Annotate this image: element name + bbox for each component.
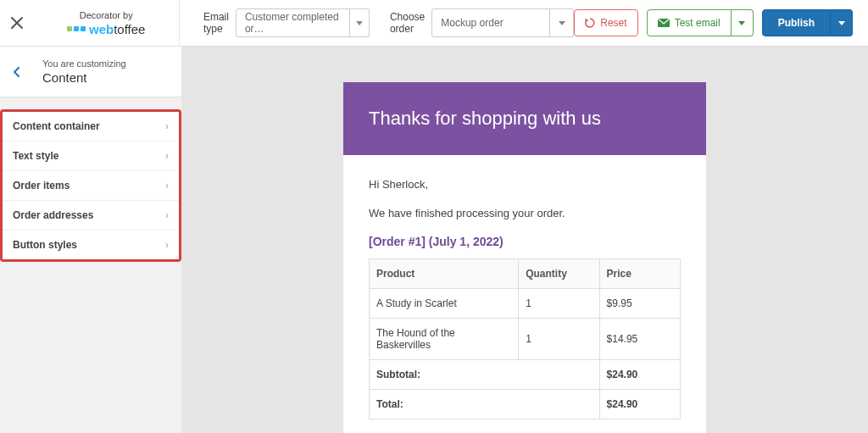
email-type-group: Email type Customer completed or…: [203, 8, 370, 37]
email-type-select[interactable]: Customer completed or…: [236, 8, 370, 37]
col-product: Product: [370, 259, 519, 289]
email-preview: Thanks for shopping with us Hi Sherlock,…: [343, 82, 706, 433]
choose-order-select[interactable]: Mockup order: [431, 8, 574, 37]
test-email-label: Test email: [675, 17, 721, 29]
close-icon: [11, 17, 23, 29]
mail-icon: [658, 19, 670, 27]
choose-order-label: Choose order: [390, 11, 425, 35]
topbar: Decorator by webtoffee Email type Custom…: [0, 0, 868, 47]
chevron-right-icon: ›: [165, 120, 169, 132]
preview-area: Thanks for shopping with us Hi Sherlock,…: [181, 47, 868, 433]
chevron-left-icon: [13, 67, 19, 77]
choose-order-caret[interactable]: [550, 8, 574, 37]
choose-order-group: Choose order Mockup order: [390, 8, 574, 37]
order-line: [Order #1] (July 1, 2022): [369, 235, 681, 248]
publish-caret[interactable]: [831, 9, 853, 36]
total-value: $24.90: [599, 390, 680, 419]
topbar-right: Reset Test email Publish: [574, 9, 868, 36]
email-intro: We have finished processing your order.: [369, 206, 681, 221]
menu-item-button-styles[interactable]: Button styles ›: [3, 230, 179, 259]
chevron-right-icon: ›: [165, 239, 169, 251]
publish-button[interactable]: Publish: [762, 9, 831, 36]
publish-split: Publish: [762, 9, 853, 36]
caret-down-icon: [356, 21, 363, 25]
back-button[interactable]: [0, 67, 32, 77]
email-body: Hi Sherlock, We have finished processing…: [343, 155, 706, 433]
chevron-right-icon: ›: [165, 150, 169, 162]
reset-button[interactable]: Reset: [574, 9, 637, 36]
email-type-label: Email type: [203, 11, 229, 35]
menu-item-label: Text style: [13, 150, 58, 162]
reset-icon: [585, 18, 595, 28]
email-heading: Thanks for shopping with us: [343, 82, 706, 155]
breadcrumb: You are customizing: [42, 58, 126, 69]
email-type-caret[interactable]: [350, 8, 370, 37]
cell-price: $9.95: [599, 289, 680, 319]
reset-label: Reset: [600, 17, 626, 29]
brand-dots-icon: [67, 26, 86, 31]
sidebar: You are customizing Content Content cont…: [0, 47, 181, 433]
total-label: Total:: [370, 390, 600, 419]
test-email-button[interactable]: Test email: [647, 9, 732, 36]
menu-item-content-container[interactable]: Content container ›: [3, 112, 179, 142]
menu-item-label: Button styles: [13, 239, 77, 251]
table-row: A Study in Scarlet 1 $9.95: [370, 289, 681, 319]
email-type-value: Customer completed or…: [236, 8, 350, 37]
cell-qty: 1: [519, 289, 599, 319]
menu-item-order-items[interactable]: Order items ›: [3, 171, 179, 201]
cell-product: A Study in Scarlet: [370, 289, 519, 319]
panel-head: You are customizing Content: [0, 47, 181, 97]
caret-down-icon: [838, 21, 845, 25]
caret-down-icon: [559, 21, 565, 25]
brand-tagline: Decorator by: [80, 10, 133, 20]
brand-logo: webtoffee: [67, 22, 145, 36]
menu-item-label: Order addresses: [13, 209, 93, 221]
table-row: The Hound of the Baskervilles 1 $14.95: [370, 319, 681, 360]
brand-wordmark: webtoffee: [89, 22, 145, 36]
test-email-caret[interactable]: [732, 9, 754, 36]
col-price: Price: [599, 259, 680, 289]
table-header-row: Product Quantity Price: [370, 259, 681, 289]
total-label: Subtotal:: [370, 360, 600, 390]
chevron-right-icon: ›: [165, 209, 169, 221]
col-qty: Quantity: [519, 259, 599, 289]
choose-order-value: Mockup order: [431, 8, 550, 37]
cell-product: The Hound of the Baskervilles: [370, 319, 519, 360]
table-total-row: Total: $24.90: [370, 390, 681, 419]
chevron-right-icon: ›: [165, 180, 169, 192]
table-total-row: Subtotal: $24.90: [370, 360, 681, 390]
publish-label: Publish: [778, 17, 815, 29]
test-email-split: Test email: [647, 9, 754, 36]
menu-highlight: Content container › Text style › Order i…: [0, 109, 181, 262]
email-greeting: Hi Sherlock,: [369, 177, 681, 192]
close-button[interactable]: [0, 0, 34, 47]
total-value: $24.90: [599, 360, 680, 390]
brand: Decorator by webtoffee: [34, 0, 180, 47]
menu-item-order-addresses[interactable]: Order addresses ›: [3, 201, 179, 230]
menu-item-label: Order items: [13, 180, 70, 192]
order-table: Product Quantity Price A Study in Scarle…: [369, 258, 681, 419]
menu-item-text-style[interactable]: Text style ›: [3, 142, 179, 171]
panel-title: Content: [42, 70, 126, 85]
cell-qty: 1: [519, 319, 599, 360]
menu-item-label: Content container: [13, 120, 100, 132]
caret-down-icon: [738, 21, 745, 25]
cell-price: $14.95: [599, 319, 680, 360]
